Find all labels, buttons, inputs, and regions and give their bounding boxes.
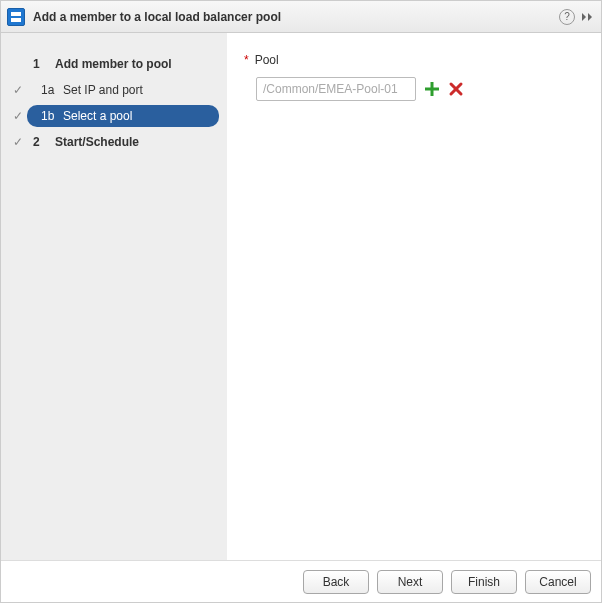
check-icon: ✓ — [9, 135, 27, 149]
app-icon — [7, 8, 25, 26]
svg-rect-3 — [425, 88, 439, 91]
step-1[interactable]: 1 Add member to pool — [1, 51, 227, 77]
step-1b[interactable]: ✓ 1b Select a pool — [1, 103, 227, 129]
wizard-content: * Pool — [228, 33, 601, 560]
pool-input[interactable] — [256, 77, 416, 101]
titlebar: Add a member to a local load balancer po… — [1, 1, 601, 33]
step-text: Add member to pool — [55, 57, 172, 71]
step-text: Set IP and port — [63, 83, 143, 97]
wizard-sidebar: 1 Add member to pool ✓ 1a Set IP and por… — [1, 33, 228, 560]
next-button[interactable]: Next — [377, 570, 443, 594]
dialog-body: 1 Add member to pool ✓ 1a Set IP and por… — [1, 33, 601, 560]
wizard-dialog: Add a member to a local load balancer po… — [0, 0, 602, 603]
dialog-title: Add a member to a local load balancer po… — [33, 10, 559, 24]
step-text: Start/Schedule — [55, 135, 139, 149]
check-icon: ✓ — [9, 83, 27, 97]
add-icon[interactable] — [424, 81, 440, 97]
step-text: Select a pool — [63, 109, 132, 123]
pool-label: Pool — [255, 51, 279, 69]
titlebar-actions: ? — [559, 9, 595, 25]
step-number: 1b — [41, 109, 55, 123]
cancel-button[interactable]: Cancel — [525, 570, 591, 594]
pool-field: * Pool — [244, 51, 585, 69]
step-number: 2 — [33, 135, 47, 149]
svg-rect-0 — [11, 12, 21, 16]
step-number: 1 — [33, 57, 47, 71]
required-asterisk-icon: * — [244, 51, 249, 69]
step-2[interactable]: ✓ 2 Start/Schedule — [1, 129, 227, 155]
dialog-footer: Back Next Finish Cancel — [1, 560, 601, 602]
expand-icon[interactable] — [581, 11, 595, 23]
check-icon: ✓ — [9, 109, 27, 123]
pool-input-row — [256, 77, 585, 101]
step-number: 1a — [41, 83, 55, 97]
back-button[interactable]: Back — [303, 570, 369, 594]
svg-rect-1 — [11, 18, 21, 22]
finish-button[interactable]: Finish — [451, 570, 517, 594]
step-1a[interactable]: ✓ 1a Set IP and port — [1, 77, 227, 103]
help-icon[interactable]: ? — [559, 9, 575, 25]
remove-icon[interactable] — [448, 81, 464, 97]
